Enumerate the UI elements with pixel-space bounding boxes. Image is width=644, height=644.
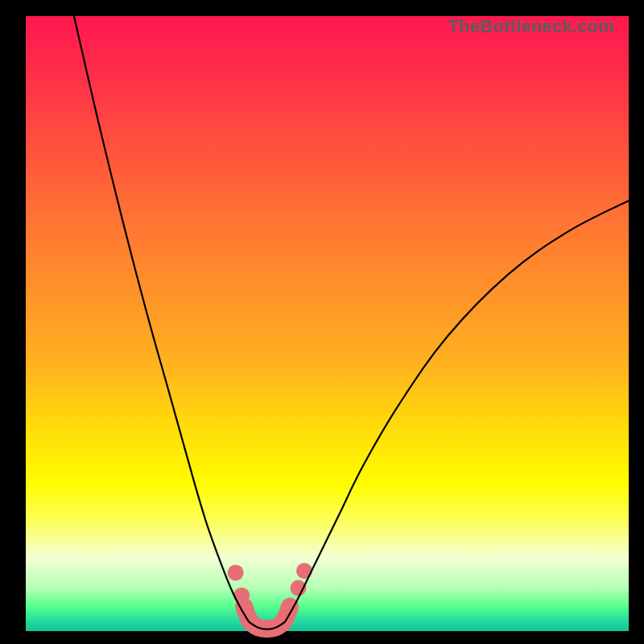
marker-dots — [228, 563, 312, 637]
chart-frame: TheBottleneck.com — [0, 0, 644, 644]
curve-right — [285, 200, 629, 621]
plot-area: TheBottleneck.com — [26, 16, 629, 631]
marker-dot — [228, 564, 244, 580]
marker-dot — [296, 563, 312, 579]
chart-svg — [26, 16, 629, 631]
curve-left — [74, 16, 249, 622]
